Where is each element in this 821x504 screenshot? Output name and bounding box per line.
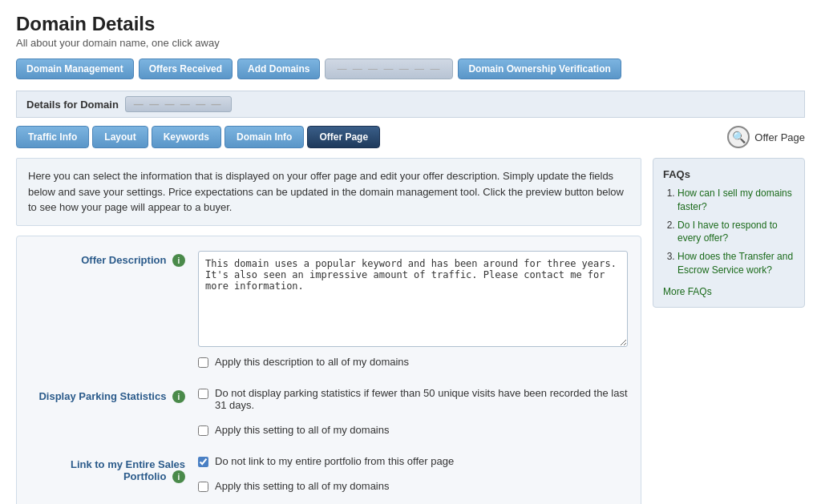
apply-description-all-checkbox[interactable]	[198, 357, 208, 368]
page-subtitle: All about your domain name, one click aw…	[16, 37, 805, 49]
faq-box: FAQs How can I sell my domains faster? D…	[653, 158, 805, 308]
no-display-parking-label: Do not display parking statistics if few…	[215, 387, 628, 411]
apply-portfolio-all-checkbox[interactable]	[198, 482, 208, 492]
apply-parking-all-label: Apply this setting to all of my domains	[215, 424, 390, 436]
display-parking-info-icon[interactable]: i	[172, 390, 185, 403]
faq-item-1: How can I sell my domains faster?	[677, 187, 795, 214]
more-faqs-link[interactable]: More FAQs	[663, 286, 712, 297]
faq-link-1[interactable]: How can I sell my domains faster?	[677, 187, 792, 212]
offers-received-btn[interactable]: Offers Received	[139, 58, 233, 79]
domain-ownership-verification-btn[interactable]: Domain Ownership Verification	[458, 58, 621, 79]
tab-layout[interactable]: Layout	[92, 126, 148, 148]
tab-traffic-info[interactable]: Traffic Info	[16, 126, 89, 148]
link-portfolio-label: Link to my Entire Sales Portfolio i	[30, 455, 198, 484]
faq-link-2[interactable]: Do I have to respond to every offer?	[677, 220, 778, 244]
details-bar: Details for Domain — — — — — —	[16, 91, 805, 118]
add-domains-btn[interactable]: Add Domains	[237, 58, 320, 79]
tab-keywords[interactable]: Keywords	[152, 126, 221, 148]
sidebar: FAQs How can I sell my domains faster? D…	[653, 158, 805, 504]
no-display-parking-checkbox[interactable]	[198, 389, 208, 399]
offer-description-controls: This domain uses a popular keyword and h…	[198, 251, 628, 374]
faq-item-3: How does the Transfer and Escrow Service…	[677, 250, 795, 277]
faq-list: How can I sell my domains faster? Do I h…	[663, 187, 795, 277]
info-text: Here you can select the information that…	[16, 158, 641, 226]
no-display-parking-row: Do not display parking statistics if few…	[198, 387, 628, 411]
link-portfolio-info-icon[interactable]: i	[172, 470, 185, 483]
tab-domain-info[interactable]: Domain Info	[224, 126, 304, 148]
faq-item-2: Do I have to respond to every offer?	[677, 219, 795, 246]
apply-parking-all-checkbox[interactable]	[198, 425, 208, 436]
faq-title: FAQs	[663, 168, 795, 180]
search-icon: 🔍	[727, 126, 750, 148]
apply-portfolio-all-label: Apply this setting to all of my domains	[215, 480, 390, 492]
offer-description-row: Offer Description i This domain uses a p…	[30, 251, 628, 374]
offer-description-label: Offer Description i	[30, 251, 198, 268]
preview-area: 🔍 Offer Page	[727, 126, 805, 148]
tab-offer-page[interactable]: Offer Page	[307, 126, 380, 148]
apply-portfolio-all-row: Apply this setting to all of my domains	[198, 480, 628, 492]
page-title: Domain Details	[16, 13, 805, 35]
domain-management-btn[interactable]: Domain Management	[16, 58, 134, 79]
apply-all-domains-row: Apply this description to all of my doma…	[198, 356, 628, 368]
link-portfolio-row: Link to my Entire Sales Portfolio i Do n…	[30, 455, 628, 498]
offer-description-textarea[interactable]: This domain uses a popular keyword and h…	[198, 251, 628, 347]
link-portfolio-controls: Do not link to my entire portfolio from …	[198, 455, 628, 498]
offer-description-info-icon[interactable]: i	[172, 254, 185, 267]
details-domain-name: — — — — — —	[125, 96, 232, 112]
no-link-portfolio-row: Do not link to my entire portfolio from …	[198, 455, 628, 467]
no-link-portfolio-checkbox[interactable]	[198, 457, 208, 467]
domain-display: — — — — — — —	[325, 58, 453, 79]
preview-btn-label[interactable]: Offer Page	[754, 131, 805, 143]
form-section: Offer Description i This domain uses a p…	[16, 236, 641, 505]
apply-parking-all-row: Apply this setting to all of my domains	[198, 424, 628, 436]
display-parking-row: Display Parking Statistics i Do not disp…	[30, 387, 628, 442]
tab-navigation: Traffic Info Layout Keywords Domain Info…	[16, 126, 727, 148]
display-parking-label: Display Parking Statistics i	[30, 387, 198, 404]
no-link-portfolio-label: Do not link to my entire portfolio from …	[215, 455, 454, 467]
faq-link-3[interactable]: How does the Transfer and Escrow Service…	[677, 251, 793, 276]
apply-description-all-label: Apply this description to all of my doma…	[215, 356, 409, 368]
details-for-label: Details for Domain	[26, 99, 119, 111]
display-parking-controls: Do not display parking statistics if few…	[198, 387, 628, 442]
top-nav: Domain Management Offers Received Add Do…	[16, 58, 805, 79]
